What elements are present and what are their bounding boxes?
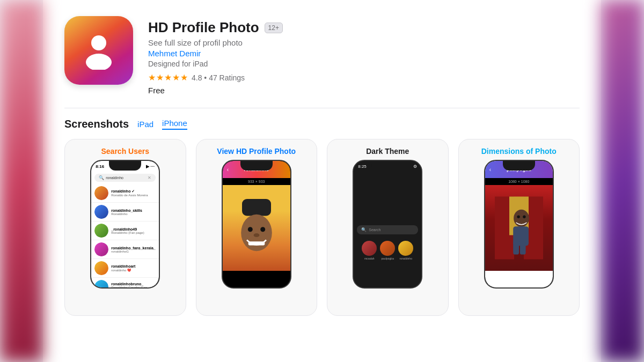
svg-point-16 <box>523 216 525 218</box>
screenshot-card-search: Search Users 8:16 ▶ ⋯ 🔍 ronaldinho <box>64 139 186 316</box>
rating-value: 4.8 • 47 Ratings <box>192 73 245 82</box>
back-icon: ‹ <box>227 167 229 173</box>
phone-notch <box>109 161 141 171</box>
app-info: HD Profile Photo 12+ See full size of pr… <box>148 16 580 95</box>
avatar <box>94 205 108 219</box>
screenshots-section: Screenshots iPad iPhone Search Users 8:1… <box>64 118 580 351</box>
phone-mockup-search: 8:16 ▶ ⋯ 🔍 ronaldinho ✕ <box>90 160 160 289</box>
screen-search: 8:16 ▶ ⋯ 🔍 ronaldinho ✕ <box>91 161 159 287</box>
user-list-item: ronaldinhoart ronaldinho ❤️ <box>91 259 159 278</box>
screen-dims: ‹ paulpogba 1080 × 1080 <box>485 161 553 287</box>
user-list-item: ronaldinho ✓ Ronaldo de Assis Moreira <box>91 184 159 203</box>
app-title-row: HD Profile Photo 12+ <box>148 19 580 36</box>
svg-point-6 <box>253 233 259 237</box>
rating-row: ★★★★★ 4.8 • 47 Ratings <box>148 72 580 83</box>
screenshot-label-hd: View HD Profile Photo <box>196 139 317 160</box>
svg-rect-13 <box>513 240 519 255</box>
app-title: HD Profile Photo <box>148 19 259 36</box>
avatar <box>94 261 108 275</box>
dims-photo <box>485 185 553 271</box>
dims-dimensions: 1080 × 1080 <box>485 178 553 185</box>
face-svg <box>232 196 281 260</box>
app-price[interactable]: Free <box>148 86 580 95</box>
svg-point-1 <box>86 54 112 70</box>
left-blur-decoration <box>0 0 43 362</box>
avatar <box>94 242 108 256</box>
svg-point-4 <box>248 227 253 232</box>
dark-user-item: mcsalah <box>362 241 377 260</box>
user-list-item: ronaldinho_fans_kerala_ ronaldinhoG <box>91 240 159 259</box>
svg-rect-2 <box>242 199 271 216</box>
dark-user-row: mcsalah paulpogba ronaldinho <box>354 238 421 263</box>
phone-mockup-container-hd: ‹ ronaldinho 933 × 933 <box>196 160 317 315</box>
screenshot-label-dark: Dark Theme <box>327 139 448 160</box>
age-rating-badge: 12+ <box>265 23 283 33</box>
user-list-item: _ronaldinho49 Ronaldinho (Fan page) <box>91 221 159 240</box>
dark-user-item: paulpogba <box>380 241 395 260</box>
avatar <box>94 280 108 287</box>
screenshot-card-dark: Dark Theme 8:25 ⚙ 🔍 Search <box>327 139 449 316</box>
phone-mockup-hd: ‹ ronaldinho 933 × 933 <box>222 160 291 289</box>
tab-iphone[interactable]: iPhone <box>162 119 187 130</box>
phone-mockup-container-dims: ‹ paulpogba 1080 × 1080 <box>459 160 580 315</box>
dark-user-item: ronaldinho <box>398 241 413 260</box>
screenshot-label-search: Search Users <box>65 139 186 160</box>
section-divider <box>64 108 580 108</box>
phone-notch-dark <box>371 161 404 171</box>
tab-ipad[interactable]: iPad <box>137 120 153 129</box>
user-list-item: ronaldinhobruno_ Ronaldinho Gaucho (Fan … <box>91 278 159 287</box>
screenshots-grid: Search Users 8:16 ▶ ⋯ 🔍 ronaldinho <box>64 139 580 316</box>
screenshot-card-hd: View HD Profile Photo ‹ ronaldinho 933 ×… <box>196 139 318 316</box>
screenshot-card-dims: Dimensions of Photo ‹ paulpogba 1080 × 1… <box>458 139 580 316</box>
app-header: HD Profile Photo 12+ See full size of pr… <box>64 16 580 95</box>
phone-mockup-container-search: 8:16 ▶ ⋯ 🔍 ronaldinho ✕ <box>65 160 186 315</box>
app-subtitle: See full size of profil photo <box>148 38 580 47</box>
screen-hd: ‹ ronaldinho 933 × 933 <box>223 161 290 287</box>
right-blur-decoration <box>601 0 644 362</box>
svg-point-15 <box>517 216 519 218</box>
app-developer[interactable]: Mehmet Demir <box>148 49 580 58</box>
screen-dark: 8:25 ⚙ 🔍 Search mcsala <box>354 161 421 287</box>
user-list-item: ronaldinho_skills Ronaldinho <box>91 203 159 221</box>
avatar <box>94 224 108 238</box>
pogba-svg <box>495 193 543 263</box>
person-icon <box>79 31 118 70</box>
svg-point-3 <box>241 215 272 251</box>
avatar <box>94 186 108 200</box>
phone-notch-hd <box>240 161 273 171</box>
app-designed-for: Designed for iPad <box>148 60 580 68</box>
svg-point-0 <box>91 35 106 50</box>
phone-notch-dims <box>503 161 535 171</box>
hd-photo <box>223 185 290 271</box>
svg-point-5 <box>260 227 265 232</box>
search-bar: 🔍 ronaldinho ✕ <box>94 174 156 182</box>
main-content: HD Profile Photo 12+ See full size of pr… <box>43 0 601 362</box>
dark-search-bar: 🔍 Search <box>357 225 418 234</box>
phone-mockup-dims: ‹ paulpogba 1080 × 1080 <box>484 160 554 289</box>
phone-mockup-dark: 8:25 ⚙ 🔍 Search mcsala <box>353 160 422 289</box>
screenshots-header: Screenshots iPad iPhone <box>64 118 580 130</box>
svg-rect-7 <box>248 241 265 245</box>
back-icon-dims: ‹ <box>489 167 491 173</box>
hd-dimensions: 933 × 933 <box>223 178 290 185</box>
screenshots-title: Screenshots <box>64 118 129 130</box>
phone-mockup-container-dark: 8:25 ⚙ 🔍 Search mcsala <box>327 160 448 315</box>
screenshot-label-dims: Dimensions of Photo <box>459 139 580 160</box>
svg-rect-14 <box>520 240 526 255</box>
star-rating: ★★★★★ <box>148 72 188 83</box>
app-icon <box>64 16 133 85</box>
